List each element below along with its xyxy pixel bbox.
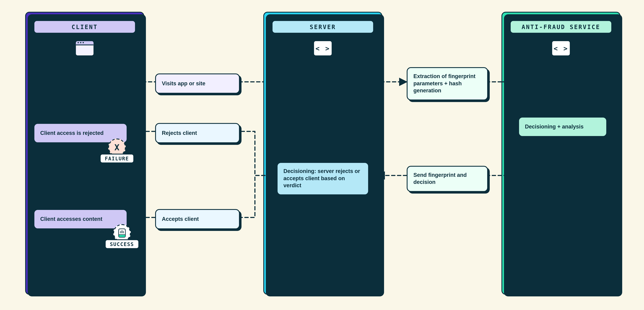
step-decisioning: Decisioning + analysis: [518, 117, 607, 137]
window-icon: [75, 40, 94, 56]
badge-success: SUCCESS: [105, 224, 139, 249]
badge-failure-label: FAILURE: [100, 154, 134, 164]
step-accepts: Accepts client: [155, 209, 240, 229]
column-server-title: SERVER: [272, 20, 374, 34]
column-antifraud-title: ANTI-FRAUD SERVICE: [510, 20, 612, 34]
badge-failure: X FAILURE: [100, 138, 134, 164]
step-server-decide: Decisioning: server rejects or accepts c…: [277, 162, 369, 195]
step-rejects: Rejects client: [155, 123, 240, 143]
column-client-title: CLIENT: [34, 20, 136, 34]
step-visits: Visits app or site: [155, 74, 240, 94]
badge-success-label: SUCCESS: [105, 239, 139, 249]
step-send-decision: Send fingerprint and decision: [407, 166, 488, 192]
column-server: SERVER: [263, 12, 382, 295]
code-icon: [552, 40, 571, 56]
code-icon: [313, 40, 332, 56]
column-antifraud: ANTI-FRAUD SERVICE: [502, 12, 620, 295]
step-extract: Extraction of fingerprint parameters + h…: [407, 67, 488, 100]
svg-rect-8: [118, 235, 125, 237]
diagram-stage: CLIENT SERVER ANTI-FRAUD SERVICE Visits …: [0, 0, 644, 310]
